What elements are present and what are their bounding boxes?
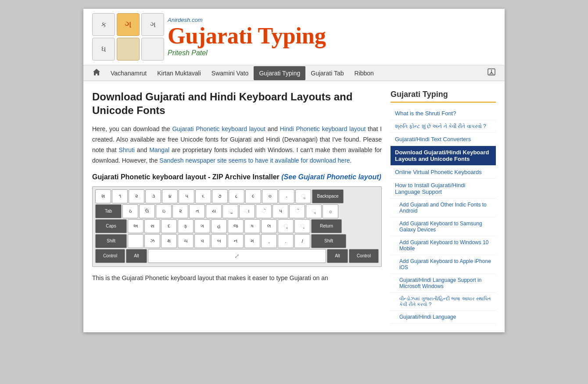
sidebar-ms-windows[interactable]: Gujarati/Hindi Language Support in Micro… xyxy=(391,274,496,293)
key-ya: ય xyxy=(206,204,222,218)
nav-home[interactable] xyxy=(88,65,105,81)
key-blank xyxy=(128,234,143,248)
key-bslash: ☼ xyxy=(323,204,338,218)
sidebar-install-support[interactable]: How to Install Gujarati/Hindi Language S… xyxy=(391,179,496,199)
hindi-link[interactable]: Hindi Phonetic keyboard layout xyxy=(280,125,366,132)
mangal-link[interactable]: Mangal xyxy=(149,146,169,153)
logo-key-3: ગ xyxy=(141,13,164,36)
nav-vachanamrut[interactable]: Vachanamrut xyxy=(105,66,152,80)
key-i: ઇ xyxy=(156,204,172,218)
key-7: ૭ xyxy=(212,189,228,203)
key-eq: ૢ xyxy=(295,189,311,203)
key-6: ૬ xyxy=(195,189,211,203)
sidebar-samsung[interactable]: Add Gujarati Keyboard to Samsung Galaxy … xyxy=(391,217,496,236)
nav-bar: Vachanamrut Kirtan Muktavali Swamini Vat… xyxy=(83,65,505,81)
key-bracket-l: ૅ xyxy=(289,204,305,218)
site-name: Anirdesh.com xyxy=(168,17,326,23)
key-shift-r: Shift xyxy=(311,234,346,248)
sandesh-link[interactable]: Sandesh newspaper site seems to have it … xyxy=(159,157,350,164)
gujarati-link[interactable]: Gujarati Phonetic keyboard layout xyxy=(172,125,265,132)
key-space: ⤢ xyxy=(148,249,326,263)
key-ka: ક xyxy=(244,219,260,233)
key-ja: જ xyxy=(228,219,244,233)
home-icon xyxy=(92,68,101,77)
sidebar-iphone[interactable]: Add Gujarati Keyboard to Apple iPhone iO… xyxy=(391,255,496,274)
key-a: અ xyxy=(128,219,143,233)
key-shift-l: Shift xyxy=(95,234,127,248)
logo-area: ક ગ ગ ધ Anirdesh.com Gujarati Typing Pri… xyxy=(92,13,326,60)
key-ctrl-r: Control xyxy=(349,249,379,263)
keyboard-row-5: Control Alt ⤢ Alt Control xyxy=(95,249,379,263)
phonetic-layout-link[interactable]: (See Gujarati Phonetic layout) xyxy=(281,173,381,181)
logo-text-area: Anirdesh.com Gujarati Typing Pritesh Pat… xyxy=(168,17,326,57)
logo-key-6 xyxy=(141,38,164,60)
key-tha: ઠ xyxy=(122,204,138,218)
section-heading: Gujarati Phonetic keyboard layout - ZIP … xyxy=(92,173,382,181)
key-tab: Tab xyxy=(95,204,122,218)
sidebar-title: Gujarati Typing xyxy=(391,90,496,103)
sidebar-win10[interactable]: Add Gujarati Keyboard to Windows 10 Mobi… xyxy=(391,236,496,255)
key-2: ૨ xyxy=(129,189,144,203)
subtitle: Pritesh Patel xyxy=(168,49,326,57)
key-period: . xyxy=(278,234,294,248)
shruti-link[interactable]: Shruti xyxy=(118,146,135,153)
key-return: Return xyxy=(311,219,342,233)
download-icon xyxy=(487,68,496,77)
key-pa: પ xyxy=(272,204,288,218)
logo-key-4: ધ xyxy=(92,38,115,60)
logo-key-2: ગ xyxy=(117,13,140,36)
intro-text: Here, you can download the Gujarati Phon… xyxy=(92,124,382,166)
key-fa: ફ xyxy=(178,219,194,233)
nav-ribbon[interactable]: Ribbon xyxy=(349,66,379,80)
key-ha: હ xyxy=(211,219,227,233)
key-9: ૯ xyxy=(245,189,261,203)
content-wrapper: Download Gujarati and Hindi Keyboard Lay… xyxy=(83,81,505,332)
keyboard-row-1: શ ૧ ૨ ૩ ૪ ૫ ૬ ૭ ૮ ૯ ૦ - ૢ Backspace xyxy=(95,189,379,203)
header: ક ગ ગ ધ Anirdesh.com Gujarati Typing Pri… xyxy=(83,9,505,65)
sidebar-online-keyboards[interactable]: Online Virtual Phonetic Keyboards xyxy=(391,166,496,179)
logo-key-1: ક xyxy=(92,13,115,36)
sidebar-android-fonts[interactable]: Add Gujarati and Other Indic Fonts to An… xyxy=(391,199,496,217)
nav-gujarati-tab[interactable]: Gujarati Tab xyxy=(305,66,349,80)
sidebar-shruti-font[interactable]: What is the Shruti Font? xyxy=(391,107,496,120)
key-u-v: ુ xyxy=(222,204,238,218)
nav-gujarati-typing[interactable]: Gujarati Typing xyxy=(254,66,305,80)
keyboard-row-2: Tab ઠ ઉ ઇ ૨ ત ય ુ ા ૅ પ ૅ ૢ ☼ xyxy=(95,204,379,218)
nav-swamini[interactable]: Swamini Vato xyxy=(206,66,254,80)
key-slash: / xyxy=(294,234,310,248)
key-comma: , xyxy=(261,234,277,248)
key-bracket-r: ૢ xyxy=(306,204,322,218)
sidebar-download-keyboards[interactable]: Download Gujarati/Hindi Keyboard Layouts… xyxy=(391,146,496,166)
sidebar-language-bottom[interactable]: Gujarati/Hindi Language xyxy=(391,311,496,324)
key-ma: મ xyxy=(244,234,260,248)
sidebar-shruti-gujarati[interactable]: શ્રુતિ ફોન્ટ શું છે અને તે કેવી રીતે વાપ… xyxy=(391,120,496,133)
key-sa: સ xyxy=(144,219,160,233)
page-heading: Download Gujarati and Hindi Keyboard Lay… xyxy=(92,90,382,117)
key-8: ૮ xyxy=(229,189,244,203)
main-title: Gujarati Typing xyxy=(168,23,326,48)
key-aa: ા xyxy=(239,204,255,218)
key-u: ઉ xyxy=(139,204,155,218)
keyboard-row-4: Shift ઝ ક્ષ ચ વ બ ન મ , . / Shift xyxy=(95,234,379,248)
key-alt-l: Alt xyxy=(126,249,147,263)
key-cha: ચ xyxy=(178,234,194,248)
key-1: ૧ xyxy=(112,189,128,203)
main-content: Download Gujarati and Hindi Keyboard Lay… xyxy=(92,90,382,324)
nav-kirtan[interactable]: Kirtan Muktavali xyxy=(152,66,206,80)
key-backspace: Backspace xyxy=(312,189,344,203)
key-5: ૫ xyxy=(179,189,194,203)
key-alt-r: Alt xyxy=(327,249,348,263)
key-za: ઝ xyxy=(144,234,160,248)
nav-download[interactable] xyxy=(483,65,500,81)
keyboard-container: શ ૧ ૨ ૩ ૪ ૫ ૬ ૭ ૮ ૯ ૦ - ૢ Backspace xyxy=(92,186,382,267)
key-ba: બ xyxy=(211,234,227,248)
key-la: લ xyxy=(261,219,277,233)
key-0: ૦ xyxy=(262,189,278,203)
sidebar-text-converters[interactable]: Gujarati/Hindi Text Converters xyxy=(391,133,496,146)
key-dash: - xyxy=(279,189,294,203)
key-quote: ૄ xyxy=(294,219,310,233)
sidebar-windows-gujarati[interactable]: વીન્ડોઝમાં ગુજરાતી/હિન્દી ભાષા આધાર સ્થા… xyxy=(391,293,496,311)
key-e: ૅ xyxy=(256,204,272,218)
key-3: ૩ xyxy=(145,189,161,203)
key-caps: Caps xyxy=(95,219,127,233)
